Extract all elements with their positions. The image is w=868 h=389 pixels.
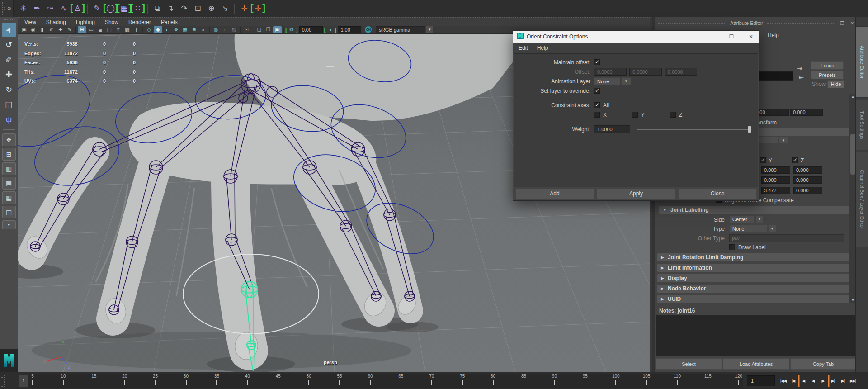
animation-layer-dropdown[interactable]: None: [594, 77, 620, 85]
joint-labelling-header[interactable]: ▼ Joint Labelling: [659, 206, 850, 214]
slider-handle[interactable]: [748, 126, 751, 133]
separator[interactable]: [141, 26, 144, 33]
color-management-on-toggle[interactable]: ON: [365, 26, 372, 33]
separator[interactable]: [239, 26, 242, 33]
link-frame-icon[interactable]: ⊡: [192, 2, 204, 14]
layout-four-pane[interactable]: ⊞: [2, 148, 16, 161]
layout-more-button[interactable]: ▾: [2, 220, 16, 229]
dof-z-checkbox[interactable]: [792, 157, 798, 163]
step-forward-key-button[interactable]: ▶|: [838, 375, 848, 387]
chevron-down-icon[interactable]: ▼: [426, 26, 433, 33]
bookmark-icon[interactable]: ▮: [38, 26, 47, 33]
textured-icon[interactable]: ❖: [172, 26, 180, 33]
minimize-button[interactable]: —: [704, 31, 720, 43]
constraint-axis-option[interactable]: Z: [670, 112, 708, 118]
rotate-axis-z-field[interactable]: 0.000: [790, 109, 823, 116]
type-dropdown[interactable]: None: [729, 225, 767, 232]
gate-mask-icon[interactable]: ▢: [105, 26, 113, 33]
current-frame-marker[interactable]: 1: [19, 375, 28, 387]
link-box-icon[interactable]: ⧉: [151, 2, 163, 14]
scroll-thumb[interactable]: [850, 134, 855, 175]
tab-channel-box[interactable]: Channel Box / Layer Editor: [856, 152, 868, 247]
select-cube-icon[interactable]: ▦: [118, 2, 130, 14]
constraint-axes-all-checkbox[interactable]: [594, 102, 600, 108]
value-field[interactable]: 0.000: [793, 176, 822, 184]
scale-tool[interactable]: ◱: [2, 97, 16, 111]
view-transform-value[interactable]: sRGB gamma: [376, 26, 425, 33]
offset-y-field[interactable]: 0.0000: [629, 68, 662, 76]
curve-point-icon[interactable]: ✒: [31, 2, 43, 14]
separator[interactable]: [282, 26, 285, 33]
step-back-frame-button[interactable]: |◀: [798, 375, 808, 387]
collapsed-section-header[interactable]: ▶ Display: [657, 274, 850, 282]
film-gate-icon[interactable]: ▭: [87, 26, 95, 33]
offset-x-field[interactable]: 0.0000: [594, 68, 627, 76]
curve-flow-icon[interactable]: ✑: [44, 2, 57, 14]
notes-textarea[interactable]: [656, 315, 856, 356]
separator[interactable]: [251, 26, 255, 33]
play-forwards-button[interactable]: ▶: [818, 375, 828, 387]
float-panel-icon[interactable]: ❐: [839, 21, 845, 26]
offset-z-field[interactable]: 0.0000: [665, 68, 697, 76]
image-plane-icon[interactable]: ✐: [47, 26, 56, 33]
safe-action-icon[interactable]: ▩: [123, 26, 132, 33]
layout-uv-persp[interactable]: ◫: [2, 206, 16, 218]
apply-button[interactable]: Apply: [597, 188, 675, 199]
depth-of-field-icon[interactable]: ▨: [230, 26, 238, 33]
current-frame-field[interactable]: [747, 375, 775, 386]
layout-outliner-persp[interactable]: ▥: [2, 162, 16, 175]
chevron-down-icon[interactable]: ▼: [768, 225, 776, 232]
select-points-icon[interactable]: ∷: [132, 2, 144, 14]
paint-select-tool[interactable]: ✐: [2, 52, 16, 66]
hide-button[interactable]: Hide: [827, 80, 844, 88]
dialog-titlebar[interactable]: Orient Constraint Options — ☐ ✕: [513, 31, 759, 43]
snap-asterisk-icon[interactable]: ✳: [17, 2, 29, 14]
select-button[interactable]: Select: [656, 358, 722, 370]
link-target-icon[interactable]: ⊕: [205, 2, 217, 14]
tab-attribute-editor[interactable]: Attribute Editor: [856, 26, 868, 98]
pan-zoom-icon[interactable]: ✚: [56, 26, 65, 33]
shadows-icon[interactable]: ✺: [190, 26, 198, 33]
copy-tab-button[interactable]: Copy Tab: [790, 358, 856, 370]
collapsed-section-header[interactable]: ▶ Joint Rotation Limit Damping: [657, 253, 850, 261]
field-chart-icon[interactable]: ⌗: [114, 26, 123, 33]
collapsed-section-header[interactable]: ▶ UUID: [657, 295, 850, 303]
separator[interactable]: [74, 26, 77, 33]
copy-arrow-icon[interactable]: ⇥: [797, 65, 802, 72]
close-dialog-button[interactable]: Close: [678, 188, 757, 199]
wireframe-icon[interactable]: ◇: [145, 26, 153, 33]
add-button[interactable]: Add: [515, 188, 594, 199]
isolate-select-icon[interactable]: ⊡: [242, 26, 251, 33]
separator[interactable]: [85, 2, 90, 14]
move-tool[interactable]: ✚: [2, 67, 16, 81]
collapsed-section-header[interactable]: ▶ Limit Information: [657, 264, 850, 272]
draw-label-checkbox[interactable]: [729, 244, 735, 250]
layout-hypershade[interactable]: ▦: [2, 191, 16, 204]
close-button[interactable]: ✕: [743, 31, 759, 43]
smooth-shade-icon[interactable]: ◆: [154, 26, 162, 33]
weight-slider[interactable]: [637, 126, 751, 133]
link-curve-icon[interactable]: ↷: [178, 2, 190, 14]
presets-button[interactable]: Presets: [811, 71, 844, 79]
side-dropdown[interactable]: Center: [729, 215, 755, 223]
show-button[interactable]: Show: [812, 81, 826, 87]
collapsed-section-header[interactable]: ▶ Node Behavior: [657, 285, 850, 293]
chevron-down-icon[interactable]: ▼: [779, 137, 788, 144]
go-to-start-button[interactable]: |◀◀: [778, 375, 788, 387]
dof-y-checkbox[interactable]: [760, 157, 766, 163]
status-line-grip[interactable]: ⚙: [0, 0, 14, 17]
use-all-lights-icon[interactable]: ▦: [181, 26, 189, 33]
tab-tool-settings[interactable]: Tool Settings: [856, 100, 868, 150]
separator[interactable]: [232, 2, 237, 14]
slider-track[interactable]: [637, 129, 751, 130]
select-circle-icon[interactable]: ◯: [104, 2, 117, 14]
value-field[interactable]: 0.000: [761, 176, 790, 184]
link-arrow-icon[interactable]: ↘: [219, 2, 231, 14]
safe-title-icon[interactable]: T: [132, 26, 141, 33]
layout-single-pane[interactable]: ❖: [2, 133, 16, 146]
axis-checkbox[interactable]: [632, 112, 638, 118]
anti-alias-icon[interactable]: ○: [221, 26, 229, 33]
motion-blur-icon[interactable]: ◍: [212, 26, 220, 33]
wireframe-on-shaded-icon[interactable]: ◐: [163, 26, 171, 33]
exposure-field[interactable]: [299, 26, 323, 33]
